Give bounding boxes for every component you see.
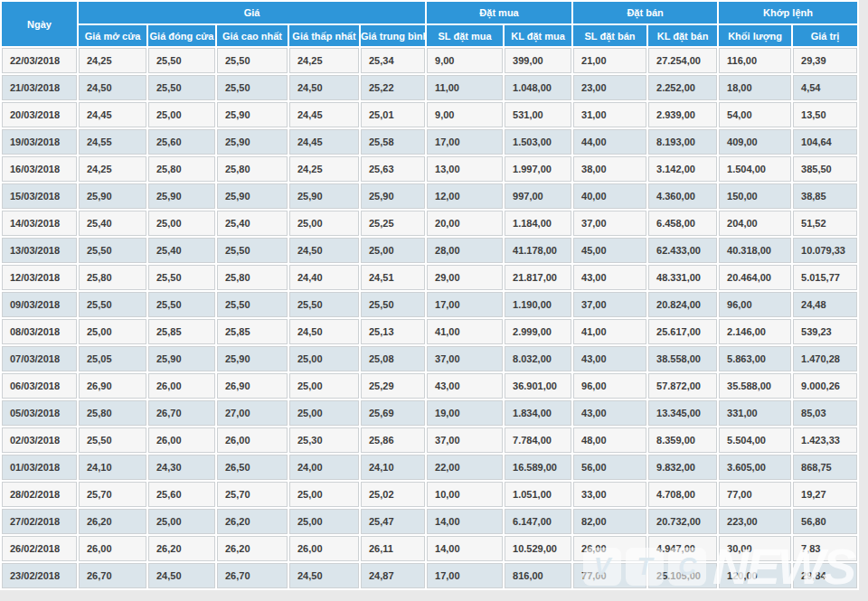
value-cell: 82,00 [573, 509, 646, 534]
column-header: KL đặt bán [648, 25, 717, 46]
value-cell: 1.051,00 [505, 482, 571, 507]
table-row: 06/03/201826,9026,0026,9025,0025,2943,00… [2, 373, 857, 399]
value-cell: 25,50 [217, 238, 288, 263]
table-row: 19/03/201824,5525,6025,9024,4525,5817,00… [2, 129, 857, 155]
value-cell: 120,00 [719, 563, 791, 588]
date-cell: 09/03/2018 [2, 292, 77, 317]
value-cell: 41.178,00 [505, 238, 571, 263]
value-cell: 531,00 [505, 102, 571, 127]
value-cell: 25,50 [217, 48, 288, 73]
table-row: 15/03/201825,9025,9025,9025,9025,9012,00… [2, 183, 857, 209]
value-cell: 25,00 [289, 400, 359, 426]
value-cell: 25,22 [361, 75, 425, 100]
value-cell: 27,00 [217, 400, 288, 426]
value-cell: 25,50 [361, 292, 425, 317]
value-cell: 24,50 [289, 238, 359, 263]
value-cell: 25,00 [148, 211, 215, 236]
value-cell: 43,00 [573, 400, 646, 426]
column-group-header: Ngày [2, 2, 77, 46]
value-cell: 24,48 [793, 292, 857, 317]
value-cell: 40,00 [573, 183, 646, 209]
value-cell: 1.504,00 [719, 156, 791, 182]
value-cell: 2.999,00 [505, 319, 571, 344]
value-cell: 150,00 [719, 183, 791, 209]
value-cell: 45,00 [573, 238, 646, 263]
value-cell: 43,00 [573, 265, 646, 290]
date-cell: 23/02/2018 [2, 563, 77, 588]
value-cell: 26,00 [217, 427, 288, 453]
value-cell: 26,90 [79, 373, 146, 399]
value-cell: 204,00 [719, 211, 791, 236]
value-cell: 104,64 [793, 129, 857, 155]
column-header: Giá mở cửa [79, 25, 146, 46]
value-cell: 17,00 [427, 563, 503, 588]
value-cell: 20.824,00 [648, 292, 717, 317]
value-cell: 25,50 [217, 292, 288, 317]
value-cell: 6.147,00 [505, 509, 571, 534]
value-cell: 1.048,00 [505, 75, 571, 100]
value-cell: 31,00 [573, 102, 646, 127]
value-cell: 20.464,00 [719, 265, 791, 290]
value-cell: 51,52 [793, 211, 857, 236]
value-cell: 25.617,00 [648, 319, 717, 344]
value-cell: 24,50 [148, 563, 215, 588]
date-cell: 08/03/2018 [2, 319, 77, 344]
value-cell: 40.318,00 [719, 238, 791, 263]
value-cell: 8.359,00 [648, 427, 717, 453]
value-cell: 62.433,00 [648, 238, 717, 263]
value-cell: 14,00 [427, 509, 503, 534]
value-cell: 25,80 [79, 400, 146, 426]
value-cell: 8.032,00 [505, 346, 571, 371]
value-cell: 25,08 [361, 346, 425, 371]
date-cell: 14/03/2018 [2, 211, 77, 236]
table-row: 08/03/201825,0025,8525,8524,5025,1341,00… [2, 319, 857, 344]
value-cell: 25,50 [148, 75, 215, 100]
value-cell: 409,00 [719, 129, 791, 155]
column-header: Giá đóng cửa [148, 25, 215, 46]
value-cell: 25,85 [148, 319, 215, 344]
value-cell: 25,40 [217, 211, 288, 236]
value-cell: 23,00 [573, 75, 646, 100]
value-cell: 5.504,00 [719, 427, 791, 453]
table-row: 20/03/201824,4525,0025,9024,4525,019,005… [2, 102, 857, 127]
date-cell: 02/03/2018 [2, 427, 77, 453]
value-cell: 26,50 [217, 455, 288, 480]
value-cell: 25,60 [148, 482, 215, 507]
table-row: 26/02/201826,0026,2026,2026,0026,1114,00… [2, 536, 857, 561]
value-cell: 56,00 [573, 455, 646, 480]
value-cell: 25,90 [148, 346, 215, 371]
value-cell: 19,00 [427, 400, 503, 426]
value-cell: 24,25 [289, 156, 359, 182]
column-group-header: Giá [79, 2, 425, 23]
value-cell: 48.331,00 [648, 265, 717, 290]
value-cell: 85,03 [793, 400, 857, 426]
value-cell: 24,40 [289, 265, 359, 290]
value-cell: 25,50 [79, 238, 146, 263]
value-cell: 24,00 [289, 455, 359, 480]
table-row: 02/03/201825,5026,0026,0025,3025,8637,00… [2, 427, 857, 453]
date-cell: 01/03/2018 [2, 455, 77, 480]
value-cell: 6.458,00 [648, 211, 717, 236]
date-cell: 20/03/2018 [2, 102, 77, 127]
value-cell: 1.997,00 [505, 156, 571, 182]
value-cell: 26,00 [573, 536, 646, 561]
value-cell: 38,00 [573, 156, 646, 182]
value-cell: 25,90 [217, 183, 288, 209]
value-cell: 25,90 [217, 129, 288, 155]
column-header: SL đặt mua [427, 25, 503, 46]
stock-history-table: NgàyGiáĐặt muaĐặt bánKhớp lệnh Giá mở cử… [0, 0, 859, 590]
value-cell: 223,00 [719, 509, 791, 534]
value-cell: 10.079,33 [793, 238, 857, 263]
value-cell: 25,00 [361, 238, 425, 263]
value-cell: 26,20 [148, 536, 215, 561]
value-cell: 5.863,00 [719, 346, 791, 371]
value-cell: 9,00 [427, 48, 503, 73]
value-cell: 17,00 [427, 129, 503, 155]
value-cell: 25,80 [148, 156, 215, 182]
value-cell: 13,50 [793, 102, 857, 127]
table-row: 16/03/201824,2525,8025,8024,2525,6313,00… [2, 156, 857, 182]
column-header: SL đặt bán [573, 25, 646, 46]
value-cell: 26,00 [289, 536, 359, 561]
value-cell: 25,69 [361, 400, 425, 426]
column-header: Giá trị [793, 25, 857, 46]
